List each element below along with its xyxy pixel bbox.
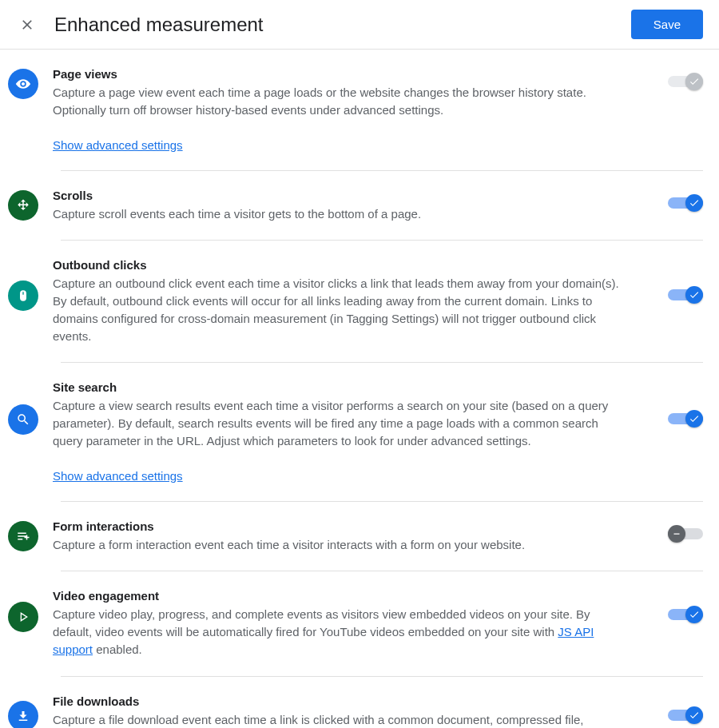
setting-description: Capture an outbound click event each tim… — [53, 275, 628, 344]
toggle-scrolls[interactable] — [668, 193, 703, 213]
toggle-video-engagement[interactable] — [668, 605, 703, 624]
toggle-file-downloads[interactable] — [668, 706, 703, 725]
settings-list: Page views Capture a page view event eac… — [0, 50, 719, 728]
check-icon — [689, 289, 700, 300]
setting-title: Scrolls — [53, 189, 653, 202]
mouse-icon — [8, 280, 38, 311]
setting-title: Outbound clicks — [53, 258, 653, 272]
setting-title: Form interactions — [53, 519, 653, 533]
toggle-site-search[interactable] — [668, 409, 703, 428]
setting-row-scrolls: Scrolls Capture scroll events each time … — [8, 171, 703, 241]
setting-description: Capture a page view event each time a pa… — [53, 84, 628, 119]
search-icon — [8, 404, 38, 435]
setting-title: File downloads — [53, 694, 653, 708]
toggle-outbound-clicks[interactable] — [668, 285, 703, 304]
close-button[interactable] — [16, 14, 38, 36]
setting-row-outbound-clicks: Outbound clicks Capture an outbound clic… — [8, 241, 703, 362]
svg-rect-0 — [674, 533, 680, 534]
setting-title: Video engagement — [53, 589, 653, 603]
setting-row-video-engagement: Video engagement Capture video play, pro… — [8, 571, 703, 675]
setting-title: Page views — [53, 67, 653, 81]
setting-description: Capture a form interaction event each ti… — [53, 536, 628, 554]
panel-header: Enhanced measurement Save — [0, 0, 719, 50]
setting-row-site-search: Site search Capture a view search result… — [8, 363, 703, 500]
download-icon — [8, 701, 38, 729]
dash-icon — [672, 529, 681, 539]
close-icon — [19, 17, 35, 33]
setting-row-form-interactions: Form interactions Capture a form interac… — [8, 502, 703, 571]
panel-title: Enhanced measurement — [54, 14, 615, 36]
show-advanced-settings-link[interactable]: Show advanced settings — [53, 469, 183, 483]
check-icon — [689, 609, 700, 620]
setting-title: Site search — [53, 380, 653, 394]
check-icon — [689, 76, 700, 87]
setting-description: Capture scroll events each time a visito… — [53, 205, 628, 223]
setting-row-page-views: Page views Capture a page view event eac… — [8, 50, 703, 170]
check-icon — [689, 413, 700, 424]
setting-row-file-downloads: File downloads Capture a file download e… — [8, 677, 703, 729]
video-desc-post: enabled. — [93, 642, 142, 656]
show-advanced-settings-link[interactable]: Show advanced settings — [53, 138, 183, 152]
save-button[interactable]: Save — [631, 10, 703, 39]
check-icon — [689, 197, 700, 209]
check-icon — [689, 710, 700, 721]
form-icon — [8, 521, 38, 551]
play-icon — [8, 602, 38, 632]
toggle-page-views — [668, 72, 703, 91]
toggle-form-interactions[interactable] — [668, 524, 703, 543]
setting-description: Capture video play, progress, and comple… — [53, 606, 628, 658]
setting-description: Capture a file download event each time … — [53, 711, 628, 729]
video-desc-pre: Capture video play, progress, and comple… — [53, 607, 590, 638]
setting-description: Capture a view search results event each… — [53, 397, 628, 449]
scroll-icon — [8, 190, 38, 221]
eye-icon — [8, 69, 38, 99]
